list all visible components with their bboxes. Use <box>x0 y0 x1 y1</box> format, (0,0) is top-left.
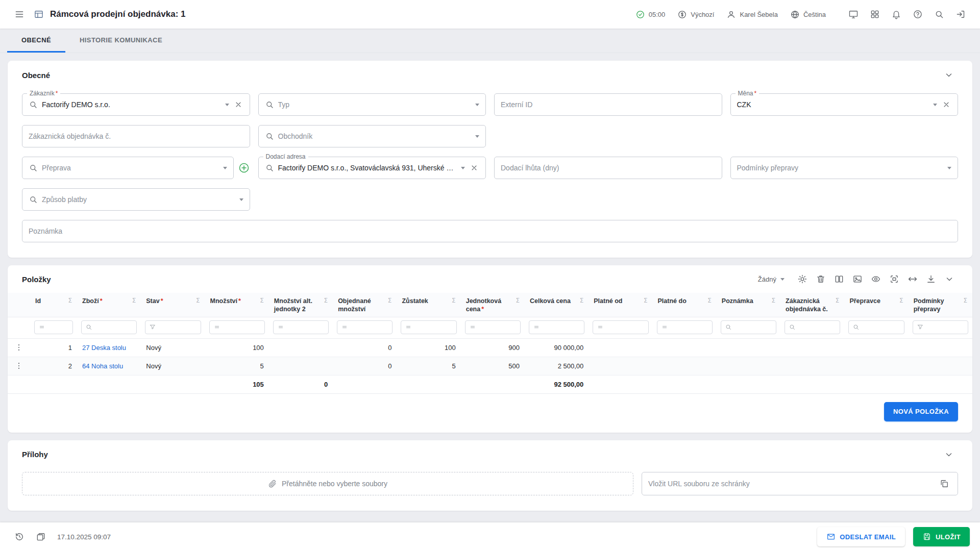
column-header-unit_price[interactable]: Jednotková cena*Σ <box>461 293 525 317</box>
equals-icon[interactable] <box>277 323 284 331</box>
column-header-valid_to[interactable]: Platné doΣ <box>653 293 717 317</box>
collapse-general-button[interactable] <box>940 66 958 84</box>
equals-icon[interactable] <box>469 323 476 331</box>
note-field[interactable] <box>22 220 958 242</box>
funnel-icon[interactable] <box>917 323 924 331</box>
file-dropzone[interactable]: Přetáhněte nebo vyberte soubory <box>22 472 633 495</box>
delivery-address-field[interactable]: Dodací adresa <box>258 157 486 179</box>
status-chip-user[interactable]: Karel Šebela <box>726 10 777 19</box>
search-button[interactable] <box>930 5 948 23</box>
chevron-down-icon[interactable] <box>239 198 243 201</box>
add-transport-button[interactable] <box>238 162 250 174</box>
search-icon[interactable] <box>85 323 92 331</box>
salesman-input[interactable] <box>278 132 472 140</box>
column-header-carrier[interactable]: PřepravceΣ <box>844 293 908 317</box>
filter-input-transport_terms[interactable] <box>926 323 964 331</box>
columns-button[interactable] <box>830 270 848 288</box>
chevron-down-icon[interactable] <box>933 104 937 106</box>
chevron-down-icon[interactable] <box>475 135 479 138</box>
column-header-item[interactable]: Zboží*Σ <box>77 293 141 317</box>
customer-order-no-field[interactable] <box>22 125 250 147</box>
equals-icon[interactable] <box>341 323 348 331</box>
save-button[interactable]: ULOŽIT <box>913 527 970 546</box>
item-link[interactable]: 27 Deska stolu <box>82 344 126 352</box>
collapse-attachments-button[interactable] <box>940 445 958 464</box>
help-button[interactable] <box>909 5 927 23</box>
status-chip-profile[interactable]: Výchozí <box>677 10 714 19</box>
transport-field[interactable] <box>22 157 234 179</box>
column-header-ordered_qty[interactable]: Objednané množstvíΣ <box>333 293 397 317</box>
customer-order-no-input[interactable] <box>29 132 243 140</box>
column-header-total_price[interactable]: Celková cenaΣ <box>525 293 589 317</box>
send-email-button[interactable]: ODESLAT EMAIL <box>817 527 905 546</box>
type-field[interactable] <box>258 93 486 116</box>
swap-horizontal-button[interactable] <box>904 270 921 288</box>
fit-screen-button[interactable] <box>886 270 903 288</box>
filter-input-status[interactable] <box>159 323 197 331</box>
column-header-id[interactable]: IdΣ <box>30 293 77 317</box>
column-header-customer_order_no[interactable]: Zákaznická objednávka č.Σ <box>780 293 844 317</box>
row-menu-button[interactable] <box>12 359 26 373</box>
delivery-address-input[interactable] <box>278 164 457 172</box>
sum-icon[interactable]: Σ <box>644 297 648 304</box>
sum-icon[interactable]: Σ <box>260 297 264 304</box>
aggregation-select[interactable]: Žádný <box>758 276 785 283</box>
sum-icon[interactable]: Σ <box>963 297 967 304</box>
delivery-days-input[interactable] <box>501 164 716 172</box>
equals-icon[interactable] <box>405 323 412 331</box>
chevron-button[interactable] <box>941 270 958 288</box>
tab-historie-komunikace[interactable]: HISTORIE KOMUNIKACE <box>65 29 177 53</box>
download-button[interactable] <box>922 270 940 288</box>
filter-input-qty[interactable] <box>223 323 261 331</box>
settings-button[interactable] <box>794 270 811 288</box>
currency-field[interactable]: Měna* <box>730 93 959 116</box>
filter-input-customer_order_no[interactable] <box>798 323 836 331</box>
type-input[interactable] <box>278 101 472 109</box>
filter-input-valid_to[interactable] <box>671 323 708 331</box>
equals-icon[interactable] <box>533 323 540 331</box>
column-header-valid_from[interactable]: Platné odΣ <box>589 293 652 317</box>
equals-icon[interactable] <box>213 323 220 331</box>
history-button[interactable] <box>10 528 29 546</box>
media-button[interactable] <box>849 270 866 288</box>
sum-icon[interactable]: Σ <box>68 297 72 304</box>
sum-icon[interactable]: Σ <box>324 297 328 304</box>
column-header-transport_terms[interactable]: Podmínky přepravyΣ <box>909 293 972 317</box>
search-icon[interactable] <box>789 323 796 331</box>
delete-button[interactable] <box>812 270 829 288</box>
apps-button[interactable] <box>866 5 884 23</box>
transport-terms-input[interactable] <box>737 164 944 172</box>
chevron-down-icon[interactable] <box>461 167 465 169</box>
filter-input-total_price[interactable] <box>543 323 580 331</box>
filter-input-unit_price[interactable] <box>479 323 517 331</box>
logout-button[interactable] <box>951 5 970 23</box>
menu-button[interactable] <box>10 5 29 23</box>
salesman-field[interactable] <box>258 125 486 147</box>
external-id-field[interactable] <box>494 93 722 116</box>
tab-obecne[interactable]: OBECNÉ <box>7 29 65 53</box>
filter-input-balance[interactable] <box>414 323 452 331</box>
column-header-note[interactable]: PoznámkaΣ <box>717 293 780 317</box>
filter-input-ordered_qty[interactable] <box>351 323 388 331</box>
visibility-button[interactable] <box>867 270 885 288</box>
column-header-status[interactable]: Stav*Σ <box>141 293 205 317</box>
clear-currency-button[interactable] <box>941 99 951 110</box>
url-input[interactable] <box>648 480 935 488</box>
payment-method-field[interactable] <box>22 188 250 211</box>
transport-terms-field[interactable] <box>730 157 959 179</box>
paste-url-button[interactable] <box>935 474 953 493</box>
currency-input[interactable] <box>737 101 929 109</box>
sum-icon[interactable]: Σ <box>707 297 712 304</box>
sum-icon[interactable]: Σ <box>516 297 520 304</box>
payment-method-input[interactable] <box>42 195 235 204</box>
column-header-qty_alt2[interactable]: Množství alt. jednotky 2Σ <box>269 293 333 317</box>
equals-icon[interactable] <box>38 323 45 331</box>
display-button[interactable] <box>844 5 863 23</box>
transport-input[interactable] <box>42 164 219 172</box>
chevron-down-icon[interactable] <box>475 104 479 106</box>
filter-input-carrier[interactable] <box>862 323 900 331</box>
status-chip-time[interactable]: 05:00 <box>635 10 666 19</box>
open-window-button[interactable] <box>32 528 50 546</box>
sum-icon[interactable]: Σ <box>580 297 584 304</box>
clear-delivery-address-button[interactable] <box>469 163 479 173</box>
